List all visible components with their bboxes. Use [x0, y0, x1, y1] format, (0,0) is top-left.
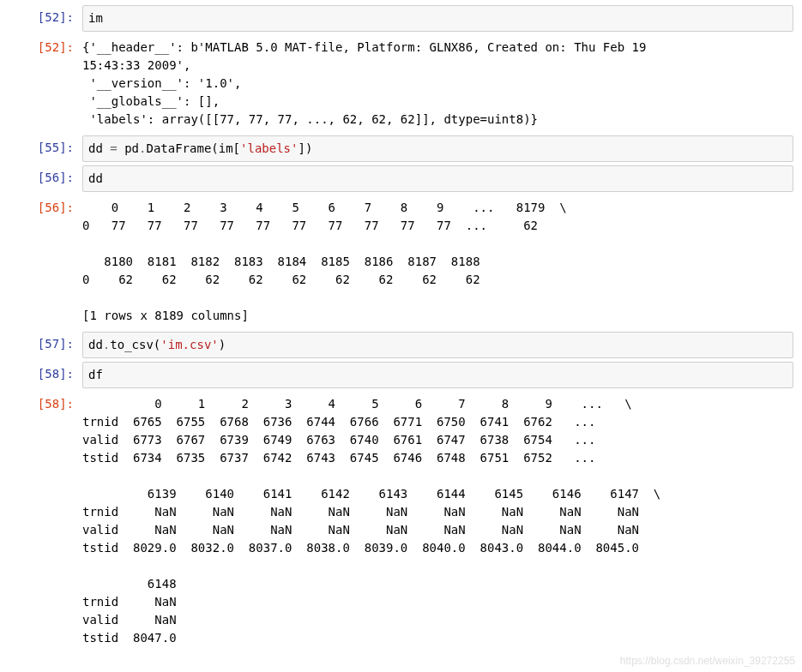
in-prompt: [57]: [9, 332, 82, 358]
output-text: 0 1 2 3 4 5 6 7 8 9 ... \ trnid 6765 675… [82, 392, 793, 651]
input-cell: [58]: df [9, 362, 793, 388]
out-prompt: [52]: [9, 35, 82, 132]
output-cell: [56]: 0 1 2 3 4 5 6 7 8 9 ... 8179 \ 0 7… [9, 195, 793, 328]
input-cell: [57]: dd.to_csv('im.csv') [9, 332, 793, 358]
cell-content: df [82, 362, 793, 388]
input-cell: [52]: im [9, 5, 793, 32]
cell-content: 0 1 2 3 4 5 6 7 8 9 ... \ trnid 6765 675… [82, 392, 793, 651]
code-input[interactable]: dd = pd.DataFrame(im['labels']) [82, 135, 793, 162]
cell-content: dd [82, 165, 793, 192]
code-input[interactable]: im [82, 5, 793, 32]
input-cell: [56]: dd [9, 165, 793, 192]
code-input[interactable]: dd.to_csv('im.csv') [82, 332, 793, 358]
input-cell: [55]: dd = pd.DataFrame(im['labels']) [9, 135, 793, 162]
in-prompt: [58]: [9, 362, 82, 388]
out-prompt: [56]: [9, 195, 82, 328]
output-text: 0 1 2 3 4 5 6 7 8 9 ... 8179 \ 0 77 77 7… [82, 195, 793, 328]
code-input[interactable]: df [82, 362, 793, 388]
in-prompt: [56]: [9, 165, 82, 192]
watermark: https://blog.csdn.net/weixin_39272255 [620, 653, 795, 659]
cell-content: dd = pd.DataFrame(im['labels']) [82, 135, 793, 162]
output-cell: [58]: 0 1 2 3 4 5 6 7 8 9 ... \ trnid 67… [9, 392, 793, 651]
out-prompt: [58]: [9, 392, 82, 651]
code-input[interactable]: dd [82, 165, 793, 192]
output-text: {'__header__': b'MATLAB 5.0 MAT-file, Pl… [82, 35, 793, 132]
cell-content: im [82, 5, 793, 32]
cell-content: dd.to_csv('im.csv') [82, 332, 793, 358]
in-prompt: [52]: [9, 5, 82, 32]
cell-content: 0 1 2 3 4 5 6 7 8 9 ... 8179 \ 0 77 77 7… [82, 195, 793, 328]
cell-content: {'__header__': b'MATLAB 5.0 MAT-file, Pl… [82, 35, 793, 132]
output-cell: [52]: {'__header__': b'MATLAB 5.0 MAT-fi… [9, 35, 793, 132]
in-prompt: [55]: [9, 135, 82, 162]
